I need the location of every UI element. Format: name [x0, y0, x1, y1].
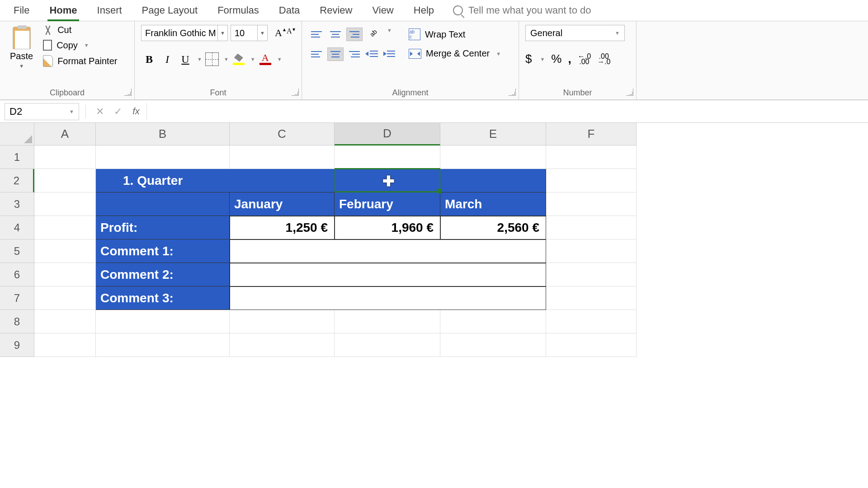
insert-function-button[interactable]: fx	[128, 104, 144, 119]
bold-button[interactable]: B	[141, 51, 157, 67]
cell-a3[interactable]	[34, 192, 96, 216]
row-header-3[interactable]: 3	[0, 192, 34, 216]
cell-c5-comment1[interactable]	[230, 239, 546, 263]
cell-e4-profit[interactable]: 2,560 €	[440, 216, 546, 239]
cell-c4-profit[interactable]: 1,250 €	[230, 216, 335, 239]
cell-b5-comment1-label[interactable]: Comment 1:	[96, 239, 230, 263]
col-header-a[interactable]: A	[34, 123, 96, 145]
tell-me-search[interactable]: Tell me what you want to do	[453, 5, 591, 16]
font-size-dropdown-icon[interactable]: ▼	[258, 25, 268, 41]
align-top-button[interactable]	[308, 28, 325, 41]
cell-e8[interactable]	[440, 310, 546, 333]
cell-b4-profit-label[interactable]: Profit:	[96, 216, 230, 239]
increase-decimal-button[interactable]: ←.0.00	[578, 54, 591, 65]
increase-indent-button[interactable]	[382, 47, 397, 60]
cell-a5[interactable]	[34, 239, 96, 263]
number-format-select[interactable]: General ▼	[525, 25, 625, 41]
percent-format-button[interactable]: %	[551, 52, 561, 66]
menu-insert[interactable]: Insert	[87, 0, 132, 21]
formula-input[interactable]	[146, 103, 863, 120]
font-launcher[interactable]	[292, 89, 299, 96]
cell-b6-comment2-label[interactable]: Comment 2:	[96, 263, 230, 286]
font-size-select[interactable]: 10	[231, 25, 258, 41]
increase-font-size-button[interactable]: A▴	[273, 27, 284, 39]
cell-b7-comment3-label[interactable]: Comment 3:	[96, 286, 230, 310]
col-header-c[interactable]: C	[230, 123, 335, 145]
cell-c9[interactable]	[230, 333, 335, 357]
format-painter-button[interactable]: Format Painter	[43, 55, 117, 67]
decrease-decimal-button[interactable]: .00→.0	[597, 54, 610, 65]
decrease-font-size-button[interactable]: A▾	[285, 27, 294, 39]
row-header-8[interactable]: 8	[0, 310, 34, 333]
number-launcher[interactable]	[626, 89, 633, 96]
font-name-select[interactable]: Franklin Gothic M	[141, 25, 218, 41]
cell-f4[interactable]	[546, 216, 637, 239]
confirm-entry-button[interactable]: ✓	[110, 104, 126, 119]
cell-f6[interactable]	[546, 263, 637, 286]
borders-button[interactable]	[204, 51, 220, 67]
accounting-dropdown-icon[interactable]: ▼	[538, 56, 545, 62]
cell-c6-comment2[interactable]	[230, 263, 546, 286]
merge-center-button[interactable]: Merge & Center ▼	[409, 48, 501, 59]
cell-b2-quarter-title[interactable]: 1. Quarter	[96, 169, 546, 192]
accounting-format-button[interactable]: $	[525, 52, 532, 66]
menu-formulas[interactable]: Formulas	[208, 0, 269, 21]
cell-b9[interactable]	[96, 333, 230, 357]
cell-c3-month[interactable]: January	[230, 192, 335, 216]
cell-e3-month[interactable]: March	[440, 192, 546, 216]
cell-c1[interactable]	[230, 145, 335, 169]
row-header-2[interactable]: 2	[0, 169, 34, 192]
paste-dropdown-icon[interactable]: ▼	[19, 63, 24, 69]
cell-f7[interactable]	[546, 286, 637, 310]
cell-c7-comment3[interactable]	[230, 286, 546, 310]
cell-f1[interactable]	[546, 145, 637, 169]
orientation-dropdown-icon[interactable]: ▼	[385, 28, 392, 41]
paste-button[interactable]: Paste ▼	[6, 25, 37, 70]
font-color-dropdown-icon[interactable]: ▼	[275, 56, 282, 62]
borders-dropdown-icon[interactable]: ▼	[222, 56, 229, 62]
orientation-button[interactable]	[369, 28, 382, 41]
row-header-4[interactable]: 4	[0, 216, 34, 239]
row-header-1[interactable]: 1	[0, 145, 34, 169]
cell-b1[interactable]	[96, 145, 230, 169]
fill-color-dropdown-icon[interactable]: ▼	[249, 56, 255, 62]
col-header-d[interactable]: D	[335, 123, 440, 145]
menu-data[interactable]: Data	[269, 0, 310, 21]
cell-b8[interactable]	[96, 310, 230, 333]
clipboard-launcher[interactable]	[124, 89, 132, 96]
menu-view[interactable]: View	[362, 0, 403, 21]
cell-a1[interactable]	[34, 145, 96, 169]
cell-d4-profit[interactable]: 1,960 €	[335, 216, 440, 239]
align-bottom-button[interactable]	[346, 28, 363, 41]
alignment-launcher[interactable]	[509, 89, 516, 96]
cell-a2[interactable]	[34, 169, 96, 192]
merge-dropdown-icon[interactable]: ▼	[494, 51, 501, 56]
underline-dropdown-icon[interactable]: ▼	[195, 56, 202, 62]
comma-format-button[interactable]: ,	[568, 52, 571, 66]
row-header-9[interactable]: 9	[0, 333, 34, 357]
cell-a7[interactable]	[34, 286, 96, 310]
menu-file[interactable]: File	[4, 0, 39, 21]
font-name-dropdown-icon[interactable]: ▼	[218, 25, 228, 41]
row-header-6[interactable]: 6	[0, 263, 34, 286]
cell-a8[interactable]	[34, 310, 96, 333]
cell-a9[interactable]	[34, 333, 96, 357]
col-header-f[interactable]: F	[546, 123, 637, 145]
underline-button[interactable]: U	[177, 51, 193, 67]
name-box[interactable]: D2 ▼	[5, 103, 79, 120]
menu-help[interactable]: Help	[404, 0, 444, 21]
align-middle-button[interactable]	[327, 28, 344, 41]
cell-a4[interactable]	[34, 216, 96, 239]
cut-button[interactable]: Cut	[43, 25, 117, 35]
row-header-7[interactable]: 7	[0, 286, 34, 310]
wrap-text-button[interactable]: abc Wrap Text	[409, 28, 501, 40]
copy-button[interactable]: Copy ▼	[43, 40, 117, 51]
cell-f5[interactable]	[546, 239, 637, 263]
cell-c8[interactable]	[230, 310, 335, 333]
font-color-button[interactable]: A	[257, 51, 274, 67]
cell-f9[interactable]	[546, 333, 637, 357]
menu-page-layout[interactable]: Page Layout	[132, 0, 208, 21]
col-header-e[interactable]: E	[440, 123, 546, 145]
align-left-button[interactable]	[308, 47, 325, 61]
cell-f3[interactable]	[546, 192, 637, 216]
